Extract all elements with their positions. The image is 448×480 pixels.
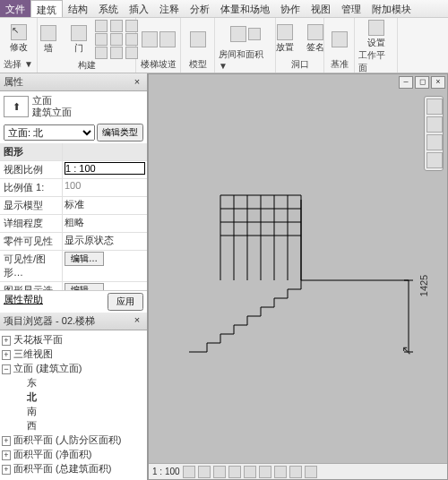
modify-button[interactable]: ↖修改 <box>4 24 33 54</box>
group-select[interactable]: 选择 ▼ <box>4 58 33 71</box>
zoom-icon[interactable] <box>426 152 443 168</box>
properties-header: 属性 × <box>0 73 147 91</box>
type-category: 立面 <box>32 95 72 107</box>
room-icon[interactable] <box>230 26 246 42</box>
value-parts[interactable]: 显示原状态 <box>63 233 147 250</box>
expand-icon[interactable]: + <box>2 436 11 446</box>
crop-icon[interactable] <box>244 466 256 478</box>
vg-edit-button[interactable]: 编辑… <box>65 252 104 266</box>
sun-icon[interactable] <box>213 466 226 478</box>
set-button[interactable]: 设置 <box>362 20 391 49</box>
crop-region-icon[interactable] <box>259 466 271 478</box>
value-ratio: 100 <box>63 179 147 196</box>
group-stair: 楼梯坡道 <box>141 58 177 71</box>
label-gdisp: 图形显示选项 <box>0 282 63 290</box>
arrow-up-icon: ⬆ <box>13 101 21 113</box>
property-grid: 图形 视图比例 比例值 1:100 显示模型标准 详细程度粗略 零件可见性显示原… <box>0 143 147 290</box>
wall-icon <box>40 25 56 41</box>
area-icon[interactable] <box>248 28 261 40</box>
value-detail[interactable]: 粗略 <box>63 215 147 232</box>
input-scale[interactable] <box>65 162 145 175</box>
shadow-icon[interactable] <box>228 466 241 478</box>
node-area1[interactable]: 面积平面 (人防分区面积) <box>13 434 121 445</box>
expand-icon[interactable]: + <box>2 350 11 360</box>
pan-icon[interactable] <box>426 134 443 150</box>
scale-display[interactable]: 1 : 100 <box>152 467 180 476</box>
tab-struct[interactable]: 结构 <box>63 0 93 17</box>
group-opening: 洞口 <box>291 58 309 71</box>
maximize-icon[interactable]: ◻ <box>415 76 429 89</box>
label-display: 显示模型 <box>0 197 63 214</box>
reveal-icon[interactable] <box>305 466 317 478</box>
datum-icon[interactable] <box>332 31 348 47</box>
nav-bar <box>424 96 444 171</box>
section-graphics: 图形 <box>0 143 63 160</box>
stair-icon[interactable] <box>142 31 158 47</box>
group-workplane: 工作平面 <box>358 49 393 74</box>
tab-annotate[interactable]: 注释 <box>154 0 185 17</box>
wheel-icon[interactable] <box>426 116 443 133</box>
tab-mass[interactable]: 体量和场地 <box>215 0 275 17</box>
label-parts: 零件可见性 <box>0 233 63 250</box>
properties-title: 属性 <box>4 75 23 89</box>
door-button[interactable]: 门 <box>65 25 93 55</box>
build-tools[interactable] <box>95 20 140 59</box>
hide-icon[interactable] <box>289 466 302 478</box>
close-icon[interactable]: × <box>131 76 143 89</box>
place-button[interactable]: 放置 <box>271 24 299 54</box>
expand-icon[interactable]: + <box>2 336 11 346</box>
type-name: 建筑立面 <box>32 107 72 118</box>
place-icon <box>277 24 293 40</box>
node-3d[interactable]: 三维视图 <box>13 348 53 359</box>
tab-arch[interactable]: 建筑 <box>30 0 63 17</box>
tab-view[interactable]: 视图 <box>306 0 336 17</box>
browser-close-icon[interactable]: × <box>131 314 143 327</box>
minimize-icon[interactable]: – <box>399 76 413 89</box>
detail-icon[interactable] <box>183 466 195 478</box>
node-east[interactable]: 东 <box>2 375 145 390</box>
lock-icon[interactable] <box>274 466 287 478</box>
model-icon[interactable] <box>190 31 206 47</box>
tab-insert[interactable]: 插入 <box>124 0 154 17</box>
tab-system[interactable]: 系统 <box>93 0 124 17</box>
group-room[interactable]: 房间和面积 ▼ <box>219 48 271 71</box>
tab-analyze[interactable]: 分析 <box>185 0 215 17</box>
stair-drawing <box>185 164 426 397</box>
node-south[interactable]: 南 <box>2 404 145 418</box>
ribbon: ↖修改 选择 ▼ 墙 门 构建 楼梯坡道 模型 房间和面积 ▼ 放置 签名 洞口… <box>0 18 448 73</box>
label-scale: 视图比例 <box>0 161 63 178</box>
node-ceiling[interactable]: 天花板平面 <box>13 334 63 345</box>
tab-collab[interactable]: 协作 <box>275 0 306 17</box>
visual-style-icon[interactable] <box>198 466 211 478</box>
expand-icon[interactable]: + <box>2 465 11 475</box>
ramp-icon[interactable] <box>159 31 176 47</box>
label-ratio: 比例值 1: <box>0 179 63 196</box>
wall-button[interactable]: 墙 <box>34 25 63 55</box>
node-west[interactable]: 西 <box>2 418 145 433</box>
tab-file[interactable]: 文件 <box>0 0 30 17</box>
node-area2[interactable]: 面积平面 (净面积) <box>13 449 91 459</box>
instance-select[interactable]: 立面: 北 <box>4 124 95 141</box>
gdisp-edit-button[interactable]: 编辑… <box>65 283 104 290</box>
collapse-icon[interactable]: − <box>2 364 11 374</box>
node-north[interactable]: 北 <box>2 390 145 404</box>
sign-icon <box>307 24 323 40</box>
menu-bar: 文件 建筑 结构 系统 插入 注释 分析 体量和场地 协作 视图 管理 附加模块 <box>0 0 448 18</box>
cursor-icon: ↖ <box>11 24 27 40</box>
group-build: 构建 <box>78 59 96 72</box>
browser-title: 项目浏览器 - 02.楼梯 <box>4 314 95 328</box>
expand-icon[interactable]: + <box>2 450 11 460</box>
edit-type-button[interactable]: 编辑类型 <box>97 124 143 141</box>
node-area3[interactable]: 面积平面 (总建筑面积) <box>13 463 111 474</box>
project-browser-tree[interactable]: +天花板平面 +三维视图 −立面 (建筑立面) 东 北 南 西 +面积平面 (人… <box>0 330 147 481</box>
node-elev[interactable]: 立面 (建筑立面) <box>13 363 82 373</box>
tab-addins[interactable]: 附加模块 <box>366 0 417 17</box>
close-view-icon[interactable]: × <box>431 76 445 89</box>
apply-button[interactable]: 应用 <box>108 293 143 311</box>
tab-manage[interactable]: 管理 <box>336 0 366 17</box>
type-thumb: ⬆ <box>4 96 29 117</box>
home-icon[interactable] <box>426 99 443 115</box>
property-help-link[interactable]: 属性帮助 <box>4 293 43 311</box>
drawing-viewport[interactable]: – ◻ × <box>148 73 448 480</box>
value-display[interactable]: 标准 <box>63 197 147 214</box>
